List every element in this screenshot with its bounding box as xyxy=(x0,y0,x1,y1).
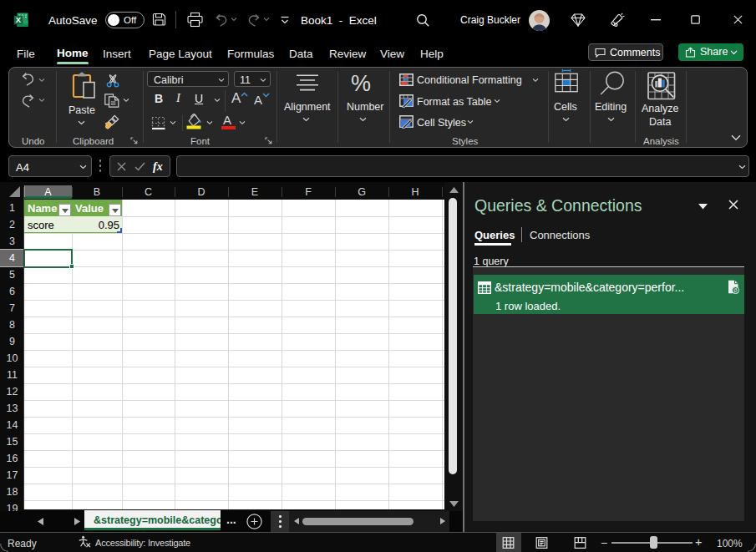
svg-text:X: X xyxy=(16,15,22,24)
